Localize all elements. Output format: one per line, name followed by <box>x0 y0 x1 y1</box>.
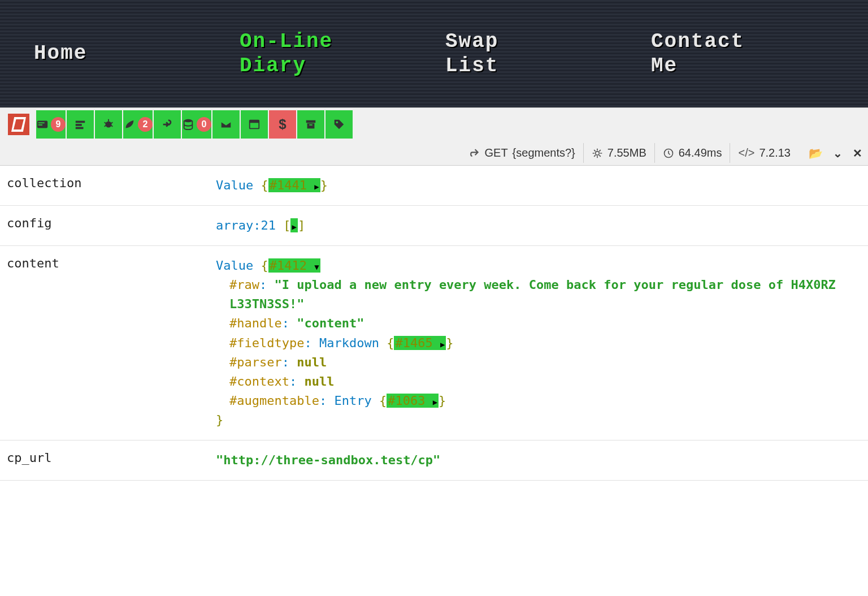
clock-icon <box>663 148 674 159</box>
svg-line-8 <box>105 122 106 123</box>
messages-icon <box>36 118 49 131</box>
field-fieldtype: #fieldtype <box>229 336 304 350</box>
field-augmentable: #augmentable <box>229 394 319 408</box>
status-memory[interactable]: 7.55MB <box>583 143 654 163</box>
bracket-open: [ <box>283 218 290 232</box>
close-icon[interactable]: ✕ <box>853 146 862 160</box>
svg-point-18 <box>336 122 338 124</box>
nav-diary[interactable]: On-Line Diary <box>228 29 434 78</box>
tab-cache[interactable] <box>297 110 324 139</box>
status-time[interactable]: 64.49ms <box>654 143 730 163</box>
key-config: config <box>7 216 216 235</box>
svg-rect-14 <box>250 120 259 123</box>
svg-rect-15 <box>306 120 316 123</box>
expand-config[interactable]: ▶ <box>290 218 297 232</box>
main-nav: Home On-Line Diary Swap List Contact Me <box>0 0 868 107</box>
brace-close: } <box>320 178 328 192</box>
bug-icon <box>102 118 115 131</box>
database-icon <box>182 118 194 131</box>
val-raw: "I upload a new entry every week. Come b… <box>229 278 836 311</box>
tab-models[interactable] <box>326 110 353 139</box>
bracket-close: ] <box>298 218 305 232</box>
ref-augmentable[interactable]: #1063 ▶ <box>387 394 439 408</box>
nav-home[interactable]: Home <box>23 41 228 66</box>
val-collection-type: Value <box>216 178 253 192</box>
svg-rect-1 <box>38 122 45 123</box>
tab-request[interactable]: $ <box>269 110 296 139</box>
val-content-type: Value <box>216 258 253 273</box>
val-context: null <box>304 374 334 388</box>
tab-mail[interactable] <box>212 110 240 139</box>
svg-line-10 <box>105 126 106 127</box>
val-config: array:21 [▶] <box>216 216 861 235</box>
svg-rect-16 <box>307 123 315 128</box>
tab-exceptions[interactable] <box>95 110 122 139</box>
brace-open: { <box>261 178 268 192</box>
status-memory-value: 7.55MB <box>607 146 646 159</box>
svg-point-12 <box>184 119 193 123</box>
tab-timeline[interactable] <box>67 110 94 139</box>
data-panel: collection Value {#1441 ▶} config array:… <box>0 166 868 481</box>
status-controls: 📂 ⌄ ✕ <box>798 146 862 160</box>
chevron-down-icon[interactable]: ⌄ <box>833 146 843 160</box>
debugbar-logo[interactable] <box>8 114 29 135</box>
val-collection: Value {#1441 ▶} <box>216 176 861 195</box>
tab-messages-badge: 9 <box>51 117 66 132</box>
dollar-icon: $ <box>279 116 286 132</box>
nav-contact-line2: Me <box>651 54 678 77</box>
share-icon <box>468 148 480 159</box>
key-cp-url: cp_url <box>7 451 216 470</box>
nav-diary-line1: On-Line <box>240 30 333 53</box>
debugbar-status: GET {segments?} 7.55MB 64.49ms </> 7.2.1… <box>0 141 868 165</box>
ref-content[interactable]: #1412 ▼ <box>268 258 320 273</box>
svg-point-6 <box>106 122 112 128</box>
folder-open-icon[interactable]: 📂 <box>809 146 823 160</box>
tag-icon <box>333 118 345 131</box>
field-context: #context <box>229 374 289 388</box>
val-augmentable-type: Entry <box>334 394 371 408</box>
timeline-icon <box>74 118 86 131</box>
key-collection: collection <box>7 176 216 195</box>
row-config: config array:21 [▶] <box>0 206 868 246</box>
row-cp-url: cp_url "http://three-sandbox.test/cp" <box>0 440 868 481</box>
val-cp-url-string: "http://three-sandbox.test/cp" <box>216 453 440 467</box>
svg-line-11 <box>111 126 113 127</box>
field-handle: #handle <box>229 316 282 330</box>
tab-messages[interactable]: 9 <box>36 110 66 139</box>
status-request[interactable]: GET {segments?} <box>461 143 583 163</box>
route-icon <box>161 118 173 131</box>
status-time-value: 64.49ms <box>679 146 722 159</box>
nav-contact-line1: Contact <box>651 30 744 53</box>
ref-fieldtype[interactable]: #1465 ▶ <box>394 336 446 350</box>
tab-route[interactable] <box>154 110 181 139</box>
debugbar: 9 2 0 <box>0 107 868 166</box>
svg-rect-2 <box>38 124 42 126</box>
archive-icon <box>305 118 317 131</box>
svg-rect-17 <box>309 124 313 126</box>
field-raw: #raw <box>229 278 259 292</box>
val-config-type: array:21 <box>216 218 276 232</box>
debugbar-top: 9 2 0 <box>0 108 868 141</box>
nav-contact[interactable]: Contact Me <box>640 29 845 78</box>
val-content: Value {#1412 ▼ #raw: "I upload a new ent… <box>216 256 861 430</box>
field-parser: #parser <box>229 355 282 369</box>
inbox-icon <box>220 118 232 131</box>
ref-collection[interactable]: #1441 ▶ <box>268 178 320 192</box>
status-request-method: GET <box>484 146 507 159</box>
status-php[interactable]: </> 7.2.13 <box>730 143 798 163</box>
row-content: content Value {#1412 ▼ #raw: "I upload a… <box>0 246 868 440</box>
tab-views-badge: 2 <box>138 117 153 132</box>
status-request-path: {segments?} <box>513 146 575 159</box>
tab-queries-badge: 0 <box>197 117 211 132</box>
tab-session[interactable] <box>241 110 268 139</box>
tab-views[interactable]: 2 <box>123 110 153 139</box>
val-fieldtype-type: Markdown <box>319 336 379 350</box>
svg-rect-5 <box>76 127 84 129</box>
val-parser: null <box>297 355 327 369</box>
nav-diary-line2: Diary <box>240 54 306 77</box>
nav-swap[interactable]: Swap List <box>434 29 640 78</box>
row-collection: collection Value {#1441 ▶} <box>0 166 868 206</box>
svg-point-19 <box>595 151 599 155</box>
svg-rect-4 <box>76 124 82 126</box>
tab-queries[interactable]: 0 <box>182 110 211 139</box>
